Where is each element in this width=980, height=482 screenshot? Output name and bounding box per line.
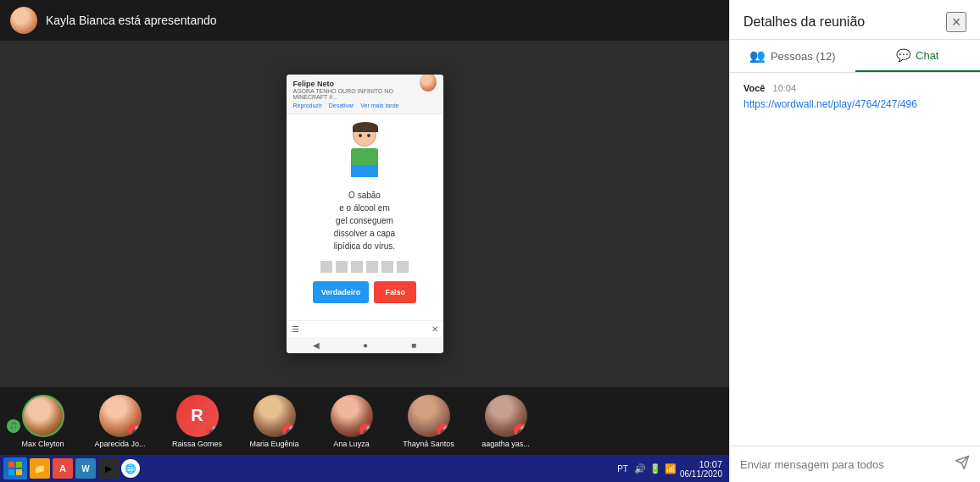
action-play[interactable]: Reproduzir [293, 102, 322, 108]
action-more[interactable]: Ver mais tarde [360, 102, 398, 108]
send-icon [955, 455, 970, 470]
taskbar-word-icon[interactable]: W [75, 458, 96, 479]
participant-avatar [22, 395, 64, 437]
participant-name: aagatha yas... [482, 440, 530, 448]
taskbar-battery: 🔋 [649, 463, 661, 474]
shared-footer: ☰ ✕ [287, 320, 443, 337]
svg-rect-0 [8, 462, 14, 468]
presenter-name: Kayla Bianca está apresentando [46, 14, 217, 27]
close-panel-button[interactable]: × [946, 12, 966, 32]
sep-block-6 [397, 261, 409, 273]
participant-item: 🎤 Aparecida Jo... [84, 395, 156, 448]
chat-meta: Você 10:04 [743, 83, 966, 93]
participant-item: 🎤 Ana Luyza [315, 395, 387, 448]
bottom-bar-wrapper: 🎵 Max Cleyton 🎤 Aparecida Jo... R 🎤 Rais… [0, 387, 729, 482]
taskbar-pdf-icon[interactable]: A [53, 458, 73, 479]
chat-message: Você 10:04 https://wordwall.net/play/476… [743, 83, 966, 111]
participant-item: 🎤 aagatha yas... [470, 395, 542, 448]
chat-input-area [730, 446, 980, 482]
taskbar-clock: 10:07 06/11/2020 [680, 459, 722, 479]
shared-content: O sabão e o álcool em gel conseguem diss… [287, 114, 443, 320]
taskbar-volume: 🔊 [634, 463, 646, 474]
tab-people-label: Pessoas (12) [771, 50, 836, 63]
sep-block-5 [381, 261, 393, 273]
action-disable[interactable]: Desativar [329, 102, 354, 108]
chat-icon: 💬 [896, 48, 910, 62]
participant-avatar: 🎤 [99, 395, 142, 437]
cartoon-left-eye [359, 134, 362, 137]
mute-badge: 🎤 [205, 424, 219, 437]
cartoon-body [339, 123, 390, 178]
cartoon-hair [353, 122, 378, 132]
participant-name: Ana Luyza [333, 440, 370, 448]
taskbar-right: PT 🔊 🔋 📶 10:07 06/11/2020 [617, 459, 726, 479]
chat-input[interactable] [740, 458, 948, 471]
taskbar-media-icon[interactable]: ▶ [98, 458, 119, 479]
sep-block-4 [366, 261, 378, 273]
taskbar-files-icon[interactable]: 📁 [30, 458, 50, 479]
mute-badge: 🎤 [359, 424, 373, 437]
windows-logo-icon [8, 462, 22, 475]
panel-tabs: 👥 Pessoas (12) 💬 Chat [730, 40, 980, 73]
main-video-area: Kayla Bianca está apresentando Felipe Ne… [0, 0, 729, 482]
participant-name: Thayná Santos [403, 440, 454, 448]
panel-title: Detalhes da reunião [743, 14, 865, 30]
top-bar: Kayla Bianca está apresentando [0, 0, 729, 41]
cartoon-right-eye [367, 134, 370, 137]
shared-screen-actions: Reproduzir Desativar Ver mais tarde [293, 102, 437, 108]
participant-name: Raissa Gomes [172, 440, 222, 448]
chat-link[interactable]: https://wordwall.net/play/4764/247/496 [743, 98, 917, 110]
send-button[interactable] [955, 455, 970, 474]
channel-name: Felipe Neto [293, 80, 420, 88]
nav-square[interactable]: ■ [411, 341, 416, 350]
video-area: Felipe Neto AGORA TENHO OURO INFINITO NO… [0, 41, 729, 387]
cartoon-head [353, 123, 376, 147]
start-button[interactable] [3, 457, 27, 479]
chat-messages-area: Você 10:04 https://wordwall.net/play/476… [730, 73, 980, 446]
panel-header: Detalhes da reunião × [730, 0, 980, 40]
shared-answer-buttons: Verdadeiro Falso [295, 281, 435, 303]
participant-avatar: R 🎤 [176, 395, 219, 437]
sep-block-3 [351, 261, 363, 273]
participant-avatar: 🎤 [485, 395, 527, 437]
tab-people[interactable]: 👥 Pessoas (12) [730, 40, 855, 72]
participant-item: 🎤 Maria Eugênia [238, 395, 310, 448]
svg-rect-2 [8, 469, 14, 475]
participant-avatar: 🎤 [331, 395, 373, 437]
presenter-avatar [10, 7, 37, 34]
shared-illustration [335, 123, 394, 182]
shared-body-text: O sabão e o álcool em gel conseguem diss… [295, 189, 435, 252]
close-screen-icon[interactable]: ✕ [432, 324, 438, 334]
nav-back[interactable]: ◀ [313, 341, 320, 350]
tab-chat[interactable]: 💬 Chat [855, 40, 981, 72]
taskbar-time: 10:07 [680, 459, 722, 469]
chat-sender: Você [743, 83, 765, 93]
button-falso[interactable]: Falso [374, 281, 416, 303]
taskbar-browser-icon[interactable]: 🌐 [121, 459, 140, 478]
taskbar-date: 06/11/2020 [680, 469, 722, 479]
cartoon-shirt [351, 148, 378, 165]
participant-name: Maria Eugênia [249, 440, 298, 448]
mute-badge: 🎤 [282, 424, 296, 437]
participant-item: R 🎤 Raissa Gomes [161, 395, 233, 448]
channel-avatar [420, 75, 436, 91]
mute-badge: 🎤 [437, 424, 450, 437]
participant-name: Aparecida Jo... [94, 440, 145, 448]
people-icon: 👥 [749, 48, 766, 64]
nav-home[interactable]: ● [363, 341, 368, 350]
svg-rect-1 [16, 462, 22, 468]
participant-avatar: 🎤 [408, 395, 450, 437]
participant-name: Max Cleyton [21, 440, 64, 448]
taskbar: 📁 A W ▶ 🌐 PT 🔊 🔋 📶 10:07 06/11/ [0, 455, 729, 482]
button-verdadeiro[interactable]: Verdadeiro [313, 281, 370, 303]
participant-item: 🎤 Thayná Santos [393, 395, 465, 448]
channel-desc: AGORA TENHO OURO INFINITO NO MINECRAFT #… [293, 88, 420, 100]
right-panel: Detalhes da reunião × 👥 Pessoas (12) 💬 C… [729, 0, 980, 482]
shared-nav: ◀ ● ■ [287, 337, 443, 353]
shared-screen-header: Felipe Neto AGORA TENHO OURO INFINITO NO… [287, 75, 443, 114]
cartoon-pants [351, 165, 378, 177]
sep-block-1 [320, 261, 332, 273]
taskbar-network: 📶 [665, 463, 677, 474]
speaking-badge: 🎵 [7, 419, 20, 433]
menu-icon[interactable]: ☰ [292, 324, 299, 334]
